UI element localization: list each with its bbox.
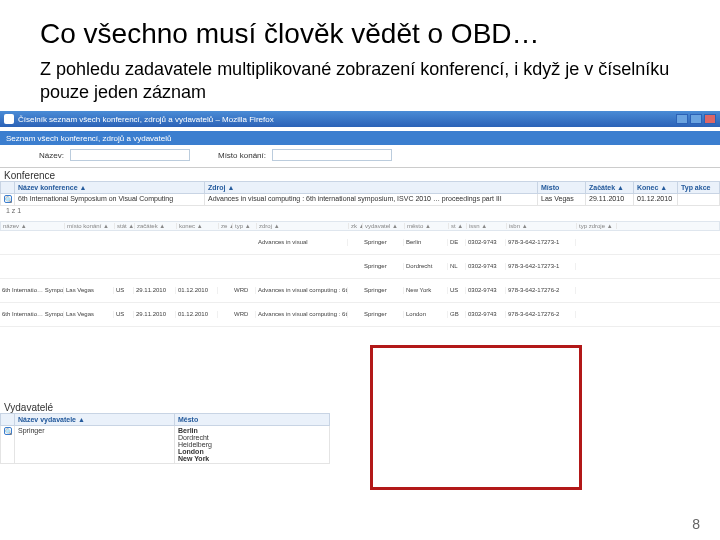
filter-name-input[interactable] xyxy=(70,149,190,161)
cell-isbn: 978-3-642-17276-2 xyxy=(506,287,576,293)
h-zdroj[interactable]: zdroj ▲ xyxy=(257,223,349,229)
cell-zdroj: Advances in visual computing : 6th inter… xyxy=(205,194,538,206)
h-misto[interactable]: místo konání ▲ xyxy=(65,223,115,229)
pub-cell-name: Springer xyxy=(15,426,175,464)
col-zacatek[interactable]: Začátek ▲ xyxy=(586,182,634,194)
detail-row[interactable]: 6th Internatio… Symposium Visual Computi… xyxy=(0,303,720,327)
page-header-bar: Seznam všech konferencí, zdrojů a vydava… xyxy=(0,131,720,145)
cell-misto: Las Vegas xyxy=(64,311,114,317)
cell-zacatek: 29.11.2010 xyxy=(134,287,176,293)
detail-row[interactable]: 6th Internatio… Symposium Visual Computi… xyxy=(0,279,720,303)
h-isbn[interactable]: isbn ▲ xyxy=(507,223,577,229)
cell-konec: 01.12.2010 xyxy=(634,194,678,206)
search-icon[interactable] xyxy=(4,195,12,203)
publishers-table: Název vydavatele ▲ Město Springer Berlin… xyxy=(0,413,330,464)
cell-issn: 0302-9743 xyxy=(466,263,506,269)
h-vydavatel[interactable]: vydavatel ▲ xyxy=(363,223,405,229)
cell-mesto: New York xyxy=(404,287,448,293)
detail-row[interactable]: Advances in visualSpringerBerlinDE0302-9… xyxy=(0,231,720,255)
table-row[interactable]: Springer Berlin Dordrecht Heidelberg Lon… xyxy=(1,426,330,464)
minimize-button[interactable] xyxy=(676,114,688,124)
cell-misto: Las Vegas xyxy=(538,194,586,206)
cell-zdroj: Advances in visual computing : 6th inter… xyxy=(256,287,348,293)
col-action xyxy=(1,182,15,194)
cell-isbn: 978-3-642-17273-1 xyxy=(506,263,576,269)
detail-row[interactable]: SpringerDordrechtNL0302-9743978-3-642-17… xyxy=(0,255,720,279)
cell-zdroj: Advances in visual computing : 6th inter… xyxy=(256,311,348,317)
cell-name: 6th International Symposium on Visual Co… xyxy=(15,194,205,206)
slide-page-number: 8 xyxy=(692,516,700,532)
filter-place-label: Místo konání: xyxy=(196,151,266,160)
cell-issn: 0302-9743 xyxy=(466,287,506,293)
filter-row: Název: Místo konání: xyxy=(0,145,720,165)
h-st2[interactable]: st ▲ xyxy=(449,223,467,229)
h-issn[interactable]: issn ▲ xyxy=(467,223,507,229)
h-typzdroje[interactable]: typ zdroje ▲ xyxy=(577,223,617,229)
cell-vydavatel: Springer xyxy=(362,263,404,269)
cell-nazev: 6th Internatio… Symposium Visual Computi… xyxy=(0,287,64,293)
col-typ[interactable]: Typ akce xyxy=(678,182,720,194)
cell-mesto: London xyxy=(404,311,448,317)
detail-grid-header: název ▲ místo konání ▲ stát ▲ začátek ▲ … xyxy=(0,221,720,231)
detail-grid-body: Advances in visualSpringerBerlinDE0302-9… xyxy=(0,231,720,327)
h-konec[interactable]: konec ▲ xyxy=(177,223,219,229)
cell-isbn: 978-3-642-17276-2 xyxy=(506,311,576,317)
cell-zacatek: 29.11.2010 xyxy=(134,311,176,317)
search-icon[interactable] xyxy=(4,427,12,435)
cell-typ: WRD xyxy=(232,311,256,317)
cell-vydavatel: Springer xyxy=(362,287,404,293)
h-ze[interactable]: ze ▲ xyxy=(219,223,233,229)
cell-zdroj: Advances in visual xyxy=(256,239,348,245)
app-icon xyxy=(4,114,14,124)
pub-col-mesto[interactable]: Město xyxy=(175,414,330,426)
maximize-button[interactable] xyxy=(690,114,702,124)
pub-cell-mesto: Berlin Dordrecht Heidelberg London New Y… xyxy=(175,426,330,464)
cell-issn: 0302-9743 xyxy=(466,311,506,317)
filter-place-input[interactable] xyxy=(272,149,392,161)
cell-st2: US xyxy=(448,287,466,293)
cell-typ: WRD xyxy=(232,287,256,293)
cell-vydavatel: Springer xyxy=(362,239,404,245)
h-nazev[interactable]: název ▲ xyxy=(1,223,65,229)
cell-isbn: 978-3-642-17273-1 xyxy=(506,239,576,245)
slide-body: Z pohledu zadavatele multiplikované zobr… xyxy=(0,58,720,111)
cell-mesto: Berlin xyxy=(404,239,448,245)
close-button[interactable] xyxy=(704,114,716,124)
cell-issn: 0302-9743 xyxy=(466,239,506,245)
h-stat[interactable]: stát ▲ xyxy=(115,223,135,229)
window-title: Číselník seznam všech konferencí, zdrojů… xyxy=(18,115,274,124)
cell-vydavatel: Springer xyxy=(362,311,404,317)
conference-table: Název konference ▲ Zdroj ▲ Místo Začátek… xyxy=(0,181,720,206)
app-window: Číselník seznam všech konferencí, zdrojů… xyxy=(0,111,720,331)
section-konference: Konference xyxy=(0,167,720,181)
col-misto[interactable]: Místo xyxy=(538,182,586,194)
cell-konec: 01.12.2010 xyxy=(176,311,218,317)
cell-st2: DE xyxy=(448,239,466,245)
cell-st2: NL xyxy=(448,263,466,269)
h-typ[interactable]: typ ▲ xyxy=(233,223,257,229)
h-zacatek[interactable]: začátek ▲ xyxy=(135,223,177,229)
cell-typ xyxy=(678,194,720,206)
titlebar: Číselník seznam všech konferencí, zdrojů… xyxy=(0,111,720,127)
table-row[interactable]: 6th International Symposium on Visual Co… xyxy=(1,194,720,206)
cell-misto: Las Vegas xyxy=(64,287,114,293)
col-name[interactable]: Název konference ▲ xyxy=(15,182,205,194)
pub-col-name[interactable]: Název vydavatele ▲ xyxy=(15,414,175,426)
cell-mesto: Dordrecht xyxy=(404,263,448,269)
annotation-highlight xyxy=(370,345,582,490)
cell-stat: US xyxy=(114,287,134,293)
cell-st2: GB xyxy=(448,311,466,317)
pager: 1 z 1 xyxy=(0,206,720,215)
h-zk[interactable]: zk ▲ xyxy=(349,223,363,229)
col-konec[interactable]: Konec ▲ xyxy=(634,182,678,194)
col-zdroj[interactable]: Zdroj ▲ xyxy=(205,182,538,194)
cell-nazev: 6th Internatio… Symposium Visual Computi… xyxy=(0,311,64,317)
section-vydavatele: Vydavatelé xyxy=(0,400,330,413)
cell-konec: 01.12.2010 xyxy=(176,287,218,293)
cell-stat: US xyxy=(114,311,134,317)
cell-zacatek: 29.11.2010 xyxy=(586,194,634,206)
slide-title: Co všechno musí člověk vědět o OBD… xyxy=(0,0,720,58)
filter-name-label: Název: xyxy=(20,151,64,160)
h-mesto[interactable]: město ▲ xyxy=(405,223,449,229)
